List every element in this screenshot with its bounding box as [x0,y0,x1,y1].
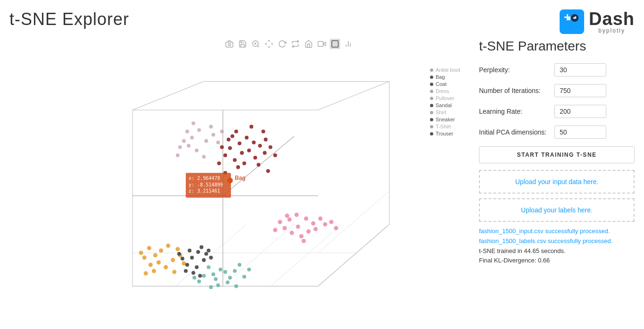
pca-row: Initial PCA dimensions: [479,126,635,139]
header: t-SNE Explorer Dash byplotly [9,9,635,34]
svg-point-58 [149,262,153,267]
svg-point-93 [278,220,282,224]
rotate-icon[interactable] [277,39,288,49]
save-icon[interactable] [238,39,248,49]
svg-point-92 [318,217,322,221]
svg-point-100 [334,226,338,230]
svg-point-46 [216,283,220,287]
svg-line-26 [318,224,389,286]
main-content: Ankle boot Bag Coat Dress [9,39,635,320]
svg-point-137 [178,145,182,149]
dash-byplotly: byplotly [589,28,635,34]
svg-point-110 [247,149,251,152]
svg-point-114 [220,145,224,149]
status-labels-text: fashion_1500_labels.csv successfully pro… [479,237,612,245]
svg-point-40 [202,274,206,278]
svg-point-123 [249,125,253,128]
zoom-icon[interactable] [251,39,261,49]
svg-rect-14 [332,41,339,47]
svg-point-117 [227,138,231,142]
chart-icon[interactable] [343,39,354,49]
home-icon[interactable] [304,39,314,49]
svg-point-37 [219,268,223,271]
svg-point-122 [273,153,277,157]
pan-icon[interactable] [264,39,274,49]
svg-point-84 [296,225,300,229]
svg-point-139 [185,129,189,133]
svg-point-5 [575,17,577,18]
svg-point-68 [190,256,194,260]
svg-point-107 [234,129,238,133]
svg-point-87 [311,221,315,226]
legend-dress: Dress [430,88,460,94]
svg-rect-2 [568,14,570,17]
svg-point-135 [191,121,195,125]
svg-point-126 [266,169,270,173]
svg-point-112 [233,158,237,162]
svg-point-129 [204,139,208,143]
svg-point-138 [202,155,206,159]
dash-logo: Dash byplotly [560,9,635,34]
app-title: t-SNE Explorer [9,9,129,29]
svg-text:y: -8.514899: y: -8.514899 [189,182,223,187]
legend-trouser: Trouser [430,131,460,136]
upload-labels-label: Upload your labels here. [521,206,593,214]
svg-rect-3 [564,18,567,20]
svg-point-43 [197,279,201,283]
svg-point-102 [238,142,241,145]
svg-point-85 [304,217,308,221]
svg-point-67 [175,247,180,251]
pca-label: Initial PCA dimensions: [479,128,554,136]
svg-point-75 [209,256,213,260]
legend-shirt: Shirt [430,110,460,115]
svg-point-82 [177,252,181,256]
svg-point-50 [247,268,251,271]
upload-input-box[interactable]: Upload your input data here. [479,170,635,194]
svg-point-78 [191,271,195,275]
svg-point-133 [182,139,186,143]
camera-icon[interactable] [224,39,235,49]
svg-point-91 [295,212,299,217]
svg-text:z: 3.211461: z: 3.211461 [189,188,220,194]
learning-rate-input[interactable] [554,105,606,118]
select-icon[interactable] [330,39,340,49]
svg-point-89 [282,226,287,230]
start-training-button[interactable]: START TRAINING T-SNE [479,146,635,163]
svg-point-57 [157,260,161,264]
svg-point-130 [187,144,190,148]
svg-point-72 [195,265,198,269]
svg-point-56 [166,244,170,248]
svg-point-116 [242,161,246,165]
svg-line-31 [318,191,389,253]
svg-line-23 [132,82,204,110]
svg-point-124 [261,129,265,133]
svg-line-28 [223,224,294,286]
svg-point-51 [192,276,196,279]
svg-text:x: 2.964478: x: 2.964478 [189,176,220,181]
upload-labels-box[interactable]: Upload your labels here. [479,198,635,222]
upload-input-label: Upload your input data here. [515,178,599,186]
svg-point-70 [202,258,206,262]
record-icon[interactable] [317,39,327,49]
perplexity-input[interactable] [554,63,606,76]
learning-rate-label: Learning Rate: [479,108,554,115]
reset-icon[interactable] [290,39,301,49]
svg-point-115 [263,151,266,155]
pca-input[interactable] [554,126,606,139]
svg-point-119 [236,165,240,169]
svg-point-41 [228,276,232,279]
dash-logo-text: Dash byplotly [589,10,635,34]
svg-rect-13 [318,42,323,47]
svg-point-127 [190,136,194,140]
svg-point-99 [273,228,277,232]
svg-point-52 [147,246,151,250]
scatter-plot[interactable]: Ankle boot Bag Coat Dress [9,53,465,320]
svg-point-38 [214,277,218,281]
svg-point-120 [256,163,260,167]
svg-point-106 [240,151,244,155]
svg-point-83 [287,218,291,222]
svg-point-141 [176,153,180,157]
svg-point-101 [231,135,234,138]
iterations-input[interactable] [554,84,606,97]
svg-point-48 [234,284,238,288]
